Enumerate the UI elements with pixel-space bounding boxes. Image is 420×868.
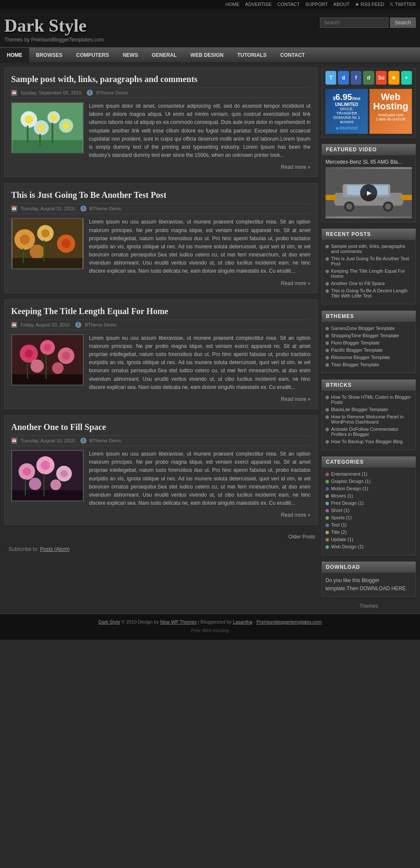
btheme-6-link[interactable]: Titan Blogger Template <box>331 362 379 367</box>
topbar-twitter[interactable]: 𝕏 TWITTER <box>390 2 416 7</box>
footer-darkstyle-link[interactable]: Dark Style <box>98 619 120 624</box>
nav-computers[interactable]: COMPUTERS <box>69 48 116 62</box>
btrick-dot-2 <box>325 408 329 412</box>
svg-point-44 <box>50 480 61 490</box>
btheme-4-link[interactable]: Pacific Blogger Template <box>331 347 383 353</box>
calendar-icon-1: 📅 <box>11 90 17 96</box>
delicious-icon[interactable]: d <box>338 71 349 85</box>
cat-print-design-link[interactable]: Print Design (1) <box>331 500 364 506</box>
svg-point-40 <box>41 461 50 470</box>
recent-post-5-link[interactable]: This is Going To Be A Decent Length Titl… <box>331 288 412 298</box>
cat-graphic-design-link[interactable]: Graphic Design (1) <box>331 479 370 484</box>
post-3-read-more-link[interactable]: Read more » <box>281 396 311 402</box>
cat-entertainment-link[interactable]: Entertainment (1) <box>331 471 367 477</box>
topbar-about[interactable]: ABOUT <box>333 2 349 7</box>
footer-dash: - <box>254 619 255 624</box>
post-2-date: Tuesday, August 31, 2010 <box>21 206 75 211</box>
post-1: Sample post with, links, paragraphs and … <box>4 68 317 177</box>
btheme-6: Titan Blogger Template <box>325 362 412 367</box>
post-1-read-more-link[interactable]: Read more » <box>281 164 311 170</box>
topbar-contact[interactable]: CONTACT <box>277 2 299 7</box>
svg-rect-46 <box>25 479 26 496</box>
btheme-3-link[interactable]: Floro Blogger Template <box>331 340 380 345</box>
recent-post-2-link[interactable]: This is Just Going To Be Another Test Po… <box>331 256 412 266</box>
recent-post-1-link[interactable]: Sample post with, links, paragraphs and … <box>331 244 412 254</box>
cat-update-link[interactable]: Update (1) <box>331 537 353 542</box>
footer-newwpthemes-link[interactable]: New WP Themes <box>160 619 197 624</box>
cat-short-link[interactable]: Short (1) <box>331 508 349 513</box>
older-posts-link[interactable]: Older Posts <box>288 534 315 540</box>
post-3-content: Lorem ipsum eu usu assum liberavisse, ut… <box>11 334 311 391</box>
footer-lasantha-link[interactable]: Lasantha <box>233 619 252 624</box>
video-thumbnail[interactable] <box>325 167 412 218</box>
topbar-advertise[interactable]: ADVERTISE <box>245 2 272 7</box>
svg-rect-58 <box>401 195 412 200</box>
cat-movies-link[interactable]: Movies (1) <box>331 493 353 498</box>
subscribe-link[interactable]: Posts (Atom) <box>40 546 69 552</box>
cat-motion-design-link[interactable]: Motion Design (1) <box>331 486 368 491</box>
twitter-icon[interactable]: T <box>325 71 336 85</box>
btheme-2: ShoppingTime Blogger Template <box>325 333 412 338</box>
hostgator-ad[interactable]: Web Hosting HostGator.com1-866-96-GATOR <box>370 89 412 134</box>
cat-print-design: Print Design (1) <box>325 500 412 506</box>
pagination: Older Posts <box>4 531 317 542</box>
btrick-4-link[interactable]: Activate DoFollow Commentator Profiles i… <box>331 427 412 437</box>
post-3-title-link[interactable]: Keeping The Title Length Equal For Home <box>11 306 168 316</box>
recent-post-3-link[interactable]: Keeping The Title Length Equal For Home <box>331 268 412 279</box>
btrick-dot-3 <box>325 415 329 419</box>
recent-post-4-link[interactable]: Another One to Fill Space <box>331 281 385 286</box>
topbar-rss[interactable]: ★ RSS FEED <box>355 2 384 7</box>
svg-point-38 <box>23 468 31 476</box>
svg-rect-12 <box>52 123 53 143</box>
post-4-title-link[interactable]: Another One to Fill Space <box>11 422 106 432</box>
btrick-5-link[interactable]: How To Backup Your Blogger Blog <box>331 439 402 444</box>
digg-icon[interactable]: d <box>363 71 374 85</box>
topbar-home[interactable]: HOME <box>225 2 240 7</box>
btheme-1-link[interactable]: GamesZone Blogger Template <box>331 326 395 331</box>
cat-web-design-link[interactable]: Web Design (1) <box>331 544 364 549</box>
nav-news[interactable]: NEWS <box>116 48 145 62</box>
cat-web-design: Web Design (1) <box>325 544 412 549</box>
nav-home[interactable]: HOME <box>0 48 29 62</box>
cat-test-link[interactable]: Test (1) <box>331 522 347 527</box>
btrick-1-link[interactable]: How To Show HTML Codes in Blogger Posts <box>331 394 412 405</box>
btrick-3-link[interactable]: How to Remove Welcome Panel in WordPress… <box>331 414 412 424</box>
bluehost-ad[interactable]: $6.95/mo UNLIMITED SPACE, TRANSFER DOMAI… <box>325 89 368 134</box>
post-4-read-more-link[interactable]: Read more » <box>281 512 311 518</box>
featured-video-content: Mercedes-Benz SL 65 AMG Bla... <box>322 156 416 222</box>
btrick-1: How To Show HTML Codes in Blogger Posts <box>325 394 412 405</box>
favorites-icon[interactable]: ★ <box>388 71 399 85</box>
search-input[interactable] <box>320 18 388 28</box>
cat-dot-11 <box>325 545 329 549</box>
btheme-2-link[interactable]: ShoppingTime Blogger Template <box>331 333 399 338</box>
facebook-icon[interactable]: f <box>351 71 361 85</box>
post-1-title-link[interactable]: Sample post with, links, paragraphs and … <box>11 74 198 84</box>
nav-general[interactable]: GENERAL <box>145 48 184 62</box>
main-content: Sample post with, links, paragraphs and … <box>4 68 317 609</box>
calendar-icon-3: 📅 <box>11 322 17 328</box>
btheme-dot-3 <box>325 341 329 345</box>
topbar-support[interactable]: SUPPORT <box>305 2 328 7</box>
cat-sports-link[interactable]: Sports (1) <box>331 515 352 520</box>
footer-premiumblogger-link[interactable]: Premiumbloggertemplates.com <box>257 619 322 624</box>
nav-tutorials[interactable]: TUTORIALS <box>231 48 273 62</box>
btheme-dot-4 <box>325 349 329 352</box>
plus-icon[interactable]: + <box>401 71 412 85</box>
post-2-read-more-link[interactable]: Read more » <box>281 280 311 286</box>
download-content: Do you like this Blogger template.Then D… <box>322 573 416 597</box>
btrick-2-link[interactable]: BlackLite Blogger Template <box>331 407 388 412</box>
nav-browses[interactable]: BROWSES <box>29 48 69 62</box>
hostgator-logo: HostGator.com1-866-96-GATOR <box>373 113 408 121</box>
stumbleupon-icon[interactable]: Su <box>376 71 387 85</box>
user-icon-4: 👤 <box>80 438 86 444</box>
nav-contact[interactable]: CONTACT <box>273 48 312 62</box>
header: Dark Style Themes by PremiumBloggerTempl… <box>0 9 420 48</box>
cat-title-link[interactable]: Title (2) <box>331 530 347 535</box>
btheme-5-link[interactable]: Ribosome Blogger Template <box>331 355 390 360</box>
svg-point-8 <box>63 122 69 129</box>
bluehost-logo: ■ bluehost <box>329 126 364 130</box>
search-button[interactable]: Search <box>390 18 416 28</box>
post-2-title-link[interactable]: This is Just Going To Be Another Test Po… <box>11 190 166 200</box>
nav-webdesign[interactable]: WEB DESIGN <box>183 48 230 62</box>
play-button[interactable] <box>360 184 377 201</box>
